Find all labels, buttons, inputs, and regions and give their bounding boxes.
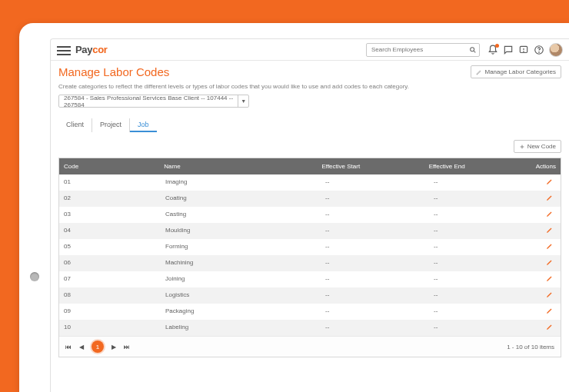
th-effective-start[interactable]: Effective Start	[317, 158, 424, 174]
cell-actions	[537, 320, 561, 336]
cell-code: 10	[59, 320, 161, 336]
cell-end: --	[429, 207, 537, 223]
th-code[interactable]: Code	[59, 158, 159, 174]
pencil-icon	[476, 69, 482, 75]
help-icon[interactable]	[534, 45, 544, 55]
svg-point-0	[471, 47, 474, 51]
cell-code: 04	[59, 223, 161, 239]
table-row: 05Forming----	[59, 239, 561, 255]
app-window: Paycor	[50, 38, 569, 392]
svg-point-6	[539, 51, 540, 52]
cell-actions	[537, 255, 561, 271]
header-icons	[487, 43, 563, 57]
cell-code: 09	[59, 304, 161, 320]
cell-actions	[537, 191, 561, 207]
edit-icon[interactable]	[546, 291, 553, 300]
th-name[interactable]: Name	[159, 158, 317, 174]
cell-actions	[537, 304, 561, 320]
table-row: 02Coating----	[59, 191, 561, 207]
cell-actions	[537, 174, 561, 191]
cell-end: --	[429, 320, 537, 336]
svg-point-4	[524, 51, 524, 51]
cell-end: --	[429, 174, 537, 191]
cell-start: --	[321, 239, 429, 255]
edit-icon[interactable]	[546, 324, 553, 332]
chat-icon[interactable]	[503, 45, 514, 55]
table-row: 08Logistics----	[59, 287, 561, 304]
cell-name: Coating	[161, 191, 321, 207]
cell-name: Labeling	[161, 320, 321, 336]
table-row: 03Casting----	[59, 207, 561, 223]
manage-categories-button[interactable]: Manage Labor Categories	[471, 65, 561, 78]
cell-start: --	[321, 320, 429, 336]
th-effective-end[interactable]: Effective End	[424, 158, 531, 174]
menu-icon[interactable]	[57, 45, 71, 55]
cell-name: Forming	[161, 239, 321, 255]
cell-end: --	[429, 271, 537, 287]
new-code-label: New Code	[527, 143, 556, 150]
edit-icon[interactable]	[546, 227, 553, 235]
cell-end: --	[429, 223, 537, 239]
cell-start: --	[321, 174, 429, 191]
cell-code: 08	[59, 287, 161, 304]
cell-start: --	[321, 191, 429, 207]
cell-actions	[537, 223, 561, 239]
cell-code: 02	[59, 191, 161, 207]
cell-end: --	[429, 239, 537, 255]
search-input[interactable]	[371, 46, 469, 53]
pager-last-icon[interactable]: ⏭	[124, 344, 130, 350]
cell-name: Moulding	[161, 223, 321, 239]
new-code-button[interactable]: New Code	[514, 140, 561, 153]
tablet-home-button[interactable]	[30, 272, 39, 281]
cell-end: --	[429, 304, 537, 320]
edit-icon[interactable]	[546, 307, 553, 316]
cell-end: --	[429, 191, 537, 207]
logo-prefix: Pay	[75, 44, 92, 55]
table-body: 01Imaging----02Coating----03Casting----0…	[59, 174, 561, 336]
cell-code: 07	[59, 271, 161, 287]
edit-icon[interactable]	[546, 211, 553, 219]
table-row: 06Machining----	[59, 255, 561, 271]
cell-code: 01	[59, 174, 161, 191]
search-field[interactable]	[366, 43, 480, 57]
pager-prev-icon[interactable]: ◀	[79, 344, 84, 350]
cell-actions	[537, 287, 561, 304]
tab-project[interactable]: Project	[92, 118, 130, 132]
cell-code: 06	[59, 255, 161, 271]
tab-client[interactable]: Client	[58, 118, 92, 132]
tab-job[interactable]: Job	[130, 118, 157, 132]
pager: ⏮ ◀ 1 ▶ ⏭ 1 - 10 of 10 items	[59, 336, 561, 357]
tablet-frame: Paycor	[19, 23, 569, 392]
cell-code: 05	[59, 239, 161, 255]
table-row: 07Joining----	[59, 271, 561, 287]
svg-line-1	[474, 51, 475, 52]
feedback-icon[interactable]	[518, 45, 529, 55]
cell-name: Logistics	[161, 287, 321, 304]
avatar[interactable]	[549, 43, 563, 57]
edit-icon[interactable]	[546, 259, 553, 267]
cell-name: Joining	[161, 271, 321, 287]
cell-start: --	[321, 255, 429, 271]
edit-icon[interactable]	[546, 178, 553, 187]
table-row: 01Imaging----	[59, 174, 561, 191]
table-row: 04Moulding----	[59, 223, 561, 239]
page-content: Manage Labor Codes Manage Labor Categori…	[51, 61, 569, 357]
edit-icon[interactable]	[546, 243, 553, 251]
bell-icon[interactable]	[487, 45, 498, 55]
client-select-value: 267584 - Sales Professional Services Bas…	[64, 95, 238, 108]
cell-start: --	[321, 304, 429, 320]
table-row: 09Packaging----	[59, 304, 561, 320]
tabs: ClientProjectJob	[58, 118, 561, 132]
client-select[interactable]: 267584 - Sales Professional Services Bas…	[58, 95, 249, 108]
edit-icon[interactable]	[546, 275, 553, 284]
cell-actions	[537, 271, 561, 287]
pager-first-icon[interactable]: ⏮	[65, 344, 72, 350]
edit-icon[interactable]	[546, 194, 553, 203]
pager-next-icon[interactable]: ▶	[111, 344, 116, 350]
chevron-down-icon: ▼	[238, 95, 248, 107]
page-subtitle: Create categories to reflect the differe…	[58, 83, 561, 90]
cell-name: Imaging	[161, 174, 321, 191]
plus-icon	[519, 144, 525, 150]
manage-categories-label: Manage Labor Categories	[484, 68, 556, 75]
pager-current[interactable]: 1	[92, 341, 104, 353]
